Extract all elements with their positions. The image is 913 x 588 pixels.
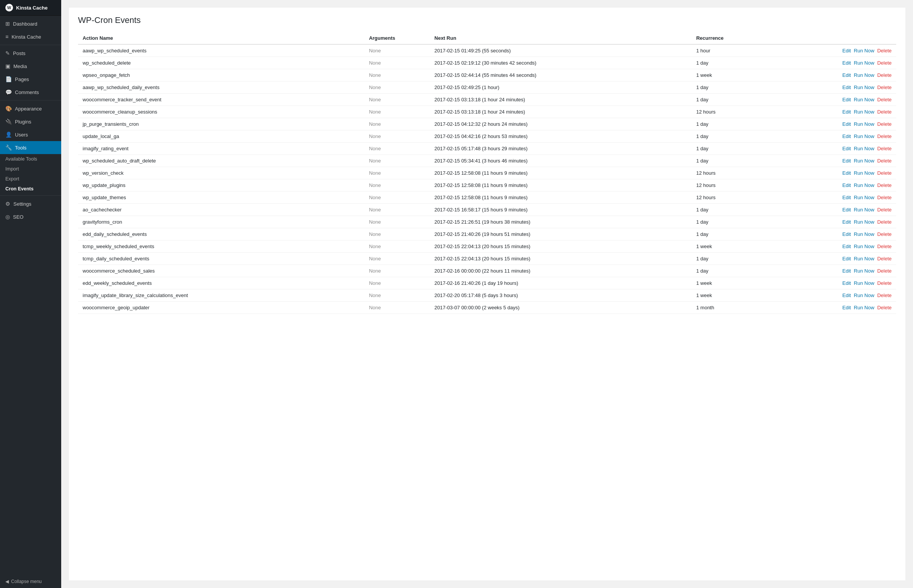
- run-now-button[interactable]: Run Now: [854, 97, 874, 102]
- sidebar-item-users[interactable]: 👤 Users: [0, 128, 61, 141]
- edit-link[interactable]: Edit: [842, 219, 851, 225]
- run-now-button[interactable]: Run Now: [854, 158, 874, 164]
- edit-link[interactable]: Edit: [842, 292, 851, 298]
- run-now-button[interactable]: Run Now: [854, 268, 874, 274]
- cell-row-actions: Edit Run Now Delete: [773, 302, 896, 314]
- edit-link[interactable]: Edit: [842, 280, 851, 286]
- edit-link[interactable]: Edit: [842, 244, 851, 249]
- sidebar-subitem-export[interactable]: Export: [0, 174, 61, 184]
- run-now-button[interactable]: Run Now: [854, 72, 874, 78]
- run-now-button[interactable]: Run Now: [854, 170, 874, 176]
- sidebar-subitem-cron-events[interactable]: Cron Events: [0, 184, 61, 194]
- edit-link[interactable]: Edit: [842, 268, 851, 274]
- delete-link[interactable]: Delete: [877, 305, 892, 310]
- delete-link[interactable]: Delete: [877, 182, 892, 188]
- edit-link[interactable]: Edit: [842, 158, 851, 164]
- sidebar-item-media[interactable]: ▣ Media: [0, 60, 61, 73]
- sidebar-item-plugins[interactable]: 🔌 Plugins: [0, 115, 61, 128]
- delete-link[interactable]: Delete: [877, 109, 892, 115]
- cell-row-actions: Edit Run Now Delete: [773, 118, 896, 130]
- run-now-button[interactable]: Run Now: [854, 219, 874, 225]
- delete-link[interactable]: Delete: [877, 146, 892, 151]
- edit-link[interactable]: Edit: [842, 305, 851, 310]
- run-now-button[interactable]: Run Now: [854, 256, 874, 262]
- sidebar: W Kinsta Cache ⊞ Dashboard ≡ Kinsta Cach…: [0, 0, 61, 588]
- delete-link[interactable]: Delete: [877, 158, 892, 164]
- sidebar-item-dashboard[interactable]: ⊞ Dashboard: [0, 17, 61, 30]
- sidebar-item-comments[interactable]: 💬 Comments: [0, 86, 61, 99]
- cell-next-run: 2017-02-16 00:00:00 (22 hours 11 minutes…: [430, 265, 692, 277]
- delete-link[interactable]: Delete: [877, 170, 892, 176]
- cell-action-name: tcmp_daily_scheduled_events: [78, 253, 365, 265]
- run-now-button[interactable]: Run Now: [854, 244, 874, 249]
- cell-row-actions: Edit Run Now Delete: [773, 265, 896, 277]
- sidebar-item-seo[interactable]: ◎ SEO: [0, 210, 61, 223]
- edit-link[interactable]: Edit: [842, 121, 851, 127]
- delete-link[interactable]: Delete: [877, 280, 892, 286]
- sidebar-item-settings[interactable]: ⚙ Settings: [0, 197, 61, 210]
- cell-next-run: 2017-02-15 05:34:41 (3 hours 46 minutes): [430, 155, 692, 167]
- edit-link[interactable]: Edit: [842, 231, 851, 237]
- delete-link[interactable]: Delete: [877, 121, 892, 127]
- edit-link[interactable]: Edit: [842, 72, 851, 78]
- table-row: wp_update_plugins None 2017-02-15 12:58:…: [78, 179, 896, 192]
- run-now-button[interactable]: Run Now: [854, 109, 874, 115]
- run-now-button[interactable]: Run Now: [854, 133, 874, 139]
- run-now-button[interactable]: Run Now: [854, 292, 874, 298]
- cell-action-name: aawp_wp_scheduled_daily_events: [78, 81, 365, 94]
- delete-link[interactable]: Delete: [877, 244, 892, 249]
- run-now-button[interactable]: Run Now: [854, 182, 874, 188]
- table-row: woocommerce_scheduled_sales None 2017-02…: [78, 265, 896, 277]
- delete-link[interactable]: Delete: [877, 48, 892, 54]
- page-title: WP-Cron Events: [78, 15, 896, 25]
- delete-link[interactable]: Delete: [877, 60, 892, 66]
- sidebar-item-pages[interactable]: 📄 Pages: [0, 73, 61, 86]
- sidebar-item-posts[interactable]: ✎ Posts: [0, 47, 61, 60]
- sidebar-item-appearance[interactable]: 🎨 Appearance: [0, 102, 61, 115]
- sidebar-item-tools[interactable]: 🔧 Tools: [0, 141, 61, 154]
- delete-link[interactable]: Delete: [877, 195, 892, 200]
- run-now-button[interactable]: Run Now: [854, 207, 874, 213]
- run-now-button[interactable]: Run Now: [854, 121, 874, 127]
- collapse-menu-button[interactable]: ◀ Collapse menu: [0, 575, 61, 588]
- run-now-button[interactable]: Run Now: [854, 195, 874, 200]
- edit-link[interactable]: Edit: [842, 256, 851, 262]
- cell-action-name: woocommerce_tracker_send_event: [78, 94, 365, 106]
- sidebar-item-kinsta-cache[interactable]: ≡ Kinsta Cache: [0, 30, 61, 43]
- delete-link[interactable]: Delete: [877, 207, 892, 213]
- edit-link[interactable]: Edit: [842, 146, 851, 151]
- tools-icon: 🔧: [5, 145, 12, 151]
- delete-link[interactable]: Delete: [877, 292, 892, 298]
- delete-link[interactable]: Delete: [877, 97, 892, 102]
- delete-link[interactable]: Delete: [877, 72, 892, 78]
- run-now-button[interactable]: Run Now: [854, 305, 874, 310]
- edit-link[interactable]: Edit: [842, 84, 851, 90]
- run-now-button[interactable]: Run Now: [854, 231, 874, 237]
- edit-link[interactable]: Edit: [842, 207, 851, 213]
- cell-arguments: None: [365, 81, 430, 94]
- edit-link[interactable]: Edit: [842, 133, 851, 139]
- delete-link[interactable]: Delete: [877, 133, 892, 139]
- run-now-button[interactable]: Run Now: [854, 48, 874, 54]
- edit-link[interactable]: Edit: [842, 170, 851, 176]
- run-now-button[interactable]: Run Now: [854, 84, 874, 90]
- edit-link[interactable]: Edit: [842, 109, 851, 115]
- sidebar-subitem-import[interactable]: Import: [0, 164, 61, 174]
- edit-link[interactable]: Edit: [842, 48, 851, 54]
- sidebar-subitem-available-tools[interactable]: Available Tools: [0, 154, 61, 164]
- edit-link[interactable]: Edit: [842, 60, 851, 66]
- delete-link[interactable]: Delete: [877, 84, 892, 90]
- edit-link[interactable]: Edit: [842, 195, 851, 200]
- delete-link[interactable]: Delete: [877, 268, 892, 274]
- delete-link[interactable]: Delete: [877, 219, 892, 225]
- delete-link[interactable]: Delete: [877, 256, 892, 262]
- delete-link[interactable]: Delete: [877, 231, 892, 237]
- edit-link[interactable]: Edit: [842, 97, 851, 102]
- run-now-button[interactable]: Run Now: [854, 280, 874, 286]
- kinsta-cache-icon: ≡: [5, 34, 8, 40]
- col-header-next-run: Next Run: [430, 32, 692, 44]
- run-now-button[interactable]: Run Now: [854, 60, 874, 66]
- edit-link[interactable]: Edit: [842, 182, 851, 188]
- cell-recurrence: 1 day: [692, 118, 773, 130]
- run-now-button[interactable]: Run Now: [854, 146, 874, 151]
